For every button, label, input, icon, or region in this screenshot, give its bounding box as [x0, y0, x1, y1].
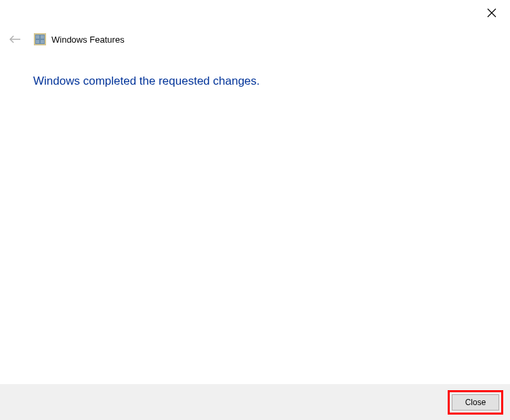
- windows-features-icon: [34, 33, 46, 45]
- close-button-highlight: Close: [448, 390, 503, 415]
- svg-rect-8: [41, 40, 44, 43]
- close-icon: [487, 8, 496, 18]
- back-arrow-icon: [8, 34, 22, 45]
- status-message: Windows completed the requested changes.: [33, 75, 260, 88]
- window-title: Windows Features: [51, 35, 125, 45]
- svg-rect-7: [36, 40, 39, 43]
- header: Windows Features: [7, 31, 125, 47]
- window-close-button[interactable]: [487, 8, 498, 19]
- footer: Close: [0, 384, 510, 420]
- svg-rect-5: [36, 35, 39, 39]
- back-button: [7, 31, 23, 47]
- close-button[interactable]: Close: [452, 394, 499, 411]
- svg-rect-6: [41, 35, 44, 39]
